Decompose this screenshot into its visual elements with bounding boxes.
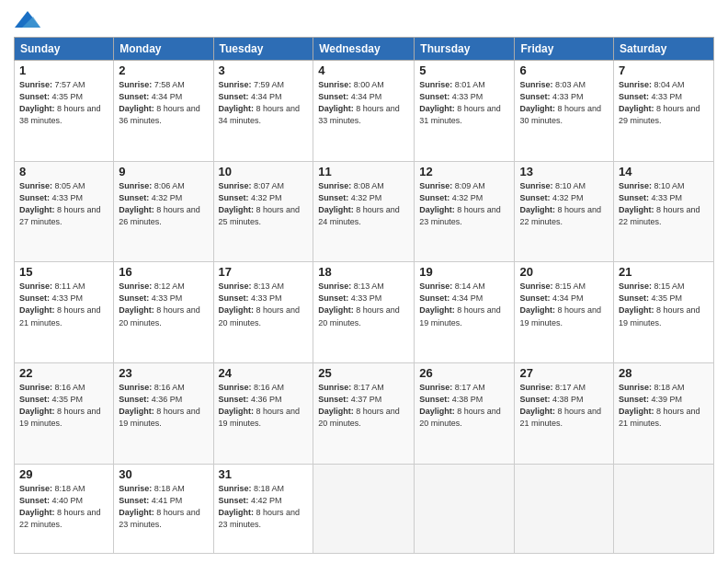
calendar-cell: 9Sunrise: 8:06 AMSunset: 4:32 PMDaylight… <box>114 161 213 262</box>
day-number: 5 <box>419 63 509 77</box>
day-header-tuesday: Tuesday <box>213 38 313 61</box>
day-number: 3 <box>219 63 309 77</box>
day-header-saturday: Saturday <box>614 38 714 61</box>
day-header-wednesday: Wednesday <box>313 38 415 61</box>
cell-info: Sunrise: 8:15 AMSunset: 4:35 PMDaylight:… <box>619 281 709 328</box>
calendar-body: 1Sunrise: 7:57 AMSunset: 4:35 PMDaylight… <box>15 61 714 554</box>
page: SundayMondayTuesdayWednesdayThursdayFrid… <box>0 0 728 563</box>
calendar-cell: 20Sunrise: 8:15 AMSunset: 4:34 PMDayligh… <box>515 262 614 363</box>
cell-info: Sunrise: 8:17 AMSunset: 4:37 PMDaylight:… <box>318 382 409 430</box>
cell-info: Sunrise: 8:18 AMSunset: 4:42 PMDaylight:… <box>219 483 309 531</box>
calendar-cell: 4Sunrise: 8:00 AMSunset: 4:34 PMDaylight… <box>313 61 415 162</box>
day-number: 21 <box>619 265 709 279</box>
cell-info: Sunrise: 8:04 AMSunset: 4:33 PMDaylight:… <box>619 79 709 127</box>
day-number: 27 <box>519 366 609 380</box>
calendar-cell: 17Sunrise: 8:13 AMSunset: 4:33 PMDayligh… <box>213 262 313 363</box>
day-number: 4 <box>318 63 409 77</box>
calendar-cell: 18Sunrise: 8:13 AMSunset: 4:33 PMDayligh… <box>313 262 415 363</box>
day-number: 9 <box>119 165 208 178</box>
day-number: 15 <box>19 265 108 279</box>
cell-info: Sunrise: 8:11 AMSunset: 4:33 PMDaylight:… <box>19 281 108 328</box>
day-number: 13 <box>519 165 609 178</box>
calendar-cell: 28Sunrise: 8:18 AMSunset: 4:39 PMDayligh… <box>614 363 714 465</box>
cell-info: Sunrise: 8:16 AMSunset: 4:36 PMDaylight:… <box>119 382 208 430</box>
calendar-cell: 7Sunrise: 8:04 AMSunset: 4:33 PMDaylight… <box>614 61 714 162</box>
cell-info: Sunrise: 8:12 AMSunset: 4:33 PMDaylight:… <box>119 281 208 328</box>
calendar-cell <box>313 464 415 553</box>
cell-info: Sunrise: 8:16 AMSunset: 4:35 PMDaylight:… <box>19 382 108 430</box>
cell-info: Sunrise: 8:13 AMSunset: 4:33 PMDaylight:… <box>219 281 309 328</box>
calendar-cell: 24Sunrise: 8:16 AMSunset: 4:36 PMDayligh… <box>213 363 313 465</box>
logo-icon <box>15 9 40 29</box>
cell-info: Sunrise: 7:59 AMSunset: 4:34 PMDaylight:… <box>219 79 309 127</box>
calendar-cell: 6Sunrise: 8:03 AMSunset: 4:33 PMDaylight… <box>515 61 614 162</box>
day-number: 17 <box>219 265 309 279</box>
calendar-week-row: 8Sunrise: 8:05 AMSunset: 4:33 PMDaylight… <box>15 161 714 262</box>
day-number: 11 <box>318 165 409 178</box>
cell-info: Sunrise: 8:15 AMSunset: 4:34 PMDaylight:… <box>519 281 609 328</box>
calendar-cell: 19Sunrise: 8:14 AMSunset: 4:34 PMDayligh… <box>415 262 515 363</box>
calendar-cell: 15Sunrise: 8:11 AMSunset: 4:33 PMDayligh… <box>15 262 114 363</box>
calendar-cell: 14Sunrise: 8:10 AMSunset: 4:33 PMDayligh… <box>614 161 714 262</box>
calendar-cell <box>614 464 714 553</box>
day-number: 20 <box>519 265 609 279</box>
day-header-thursday: Thursday <box>415 38 515 61</box>
logo-text <box>14 9 41 29</box>
calendar-cell: 1Sunrise: 7:57 AMSunset: 4:35 PMDaylight… <box>15 61 114 162</box>
cell-info: Sunrise: 8:05 AMSunset: 4:33 PMDaylight:… <box>19 180 108 228</box>
day-number: 1 <box>19 63 108 77</box>
cell-info: Sunrise: 8:09 AMSunset: 4:32 PMDaylight:… <box>419 180 509 228</box>
header <box>14 9 714 29</box>
day-number: 16 <box>119 265 208 279</box>
cell-info: Sunrise: 8:06 AMSunset: 4:32 PMDaylight:… <box>119 180 208 228</box>
cell-info: Sunrise: 8:01 AMSunset: 4:33 PMDaylight:… <box>419 79 509 127</box>
cell-info: Sunrise: 8:13 AMSunset: 4:33 PMDaylight:… <box>318 281 409 328</box>
calendar-cell: 8Sunrise: 8:05 AMSunset: 4:33 PMDaylight… <box>15 161 114 262</box>
day-number: 14 <box>619 165 709 178</box>
day-number: 30 <box>119 467 208 481</box>
calendar-week-row: 1Sunrise: 7:57 AMSunset: 4:35 PMDaylight… <box>15 61 714 162</box>
day-number: 7 <box>619 63 709 77</box>
day-number: 22 <box>19 366 108 380</box>
calendar-cell: 5Sunrise: 8:01 AMSunset: 4:33 PMDaylight… <box>415 61 515 162</box>
day-header-sunday: Sunday <box>15 38 114 61</box>
cell-info: Sunrise: 7:57 AMSunset: 4:35 PMDaylight:… <box>19 79 108 127</box>
calendar-cell: 11Sunrise: 8:08 AMSunset: 4:32 PMDayligh… <box>313 161 415 262</box>
calendar-header-row: SundayMondayTuesdayWednesdayThursdayFrid… <box>15 38 714 61</box>
calendar-cell: 10Sunrise: 8:07 AMSunset: 4:32 PMDayligh… <box>213 161 313 262</box>
cell-info: Sunrise: 8:03 AMSunset: 4:33 PMDaylight:… <box>519 79 609 127</box>
cell-info: Sunrise: 8:10 AMSunset: 4:33 PMDaylight:… <box>619 180 709 228</box>
calendar-cell: 22Sunrise: 8:16 AMSunset: 4:35 PMDayligh… <box>15 363 114 465</box>
calendar-cell: 12Sunrise: 8:09 AMSunset: 4:32 PMDayligh… <box>415 161 515 262</box>
cell-info: Sunrise: 8:18 AMSunset: 4:39 PMDaylight:… <box>619 382 709 430</box>
day-header-monday: Monday <box>114 38 213 61</box>
day-number: 24 <box>219 366 309 380</box>
day-number: 2 <box>119 63 208 77</box>
day-number: 19 <box>419 265 509 279</box>
calendar-week-row: 15Sunrise: 8:11 AMSunset: 4:33 PMDayligh… <box>15 262 714 363</box>
calendar-cell: 30Sunrise: 8:18 AMSunset: 4:41 PMDayligh… <box>114 464 213 553</box>
cell-info: Sunrise: 8:16 AMSunset: 4:36 PMDaylight:… <box>219 382 309 430</box>
day-number: 29 <box>19 467 108 481</box>
logo <box>14 9 40 29</box>
calendar-cell: 3Sunrise: 7:59 AMSunset: 4:34 PMDaylight… <box>213 61 313 162</box>
day-number: 18 <box>318 265 409 279</box>
calendar-cell: 31Sunrise: 8:18 AMSunset: 4:42 PMDayligh… <box>213 464 313 553</box>
calendar-cell: 26Sunrise: 8:17 AMSunset: 4:38 PMDayligh… <box>415 363 515 465</box>
day-number: 26 <box>419 366 509 380</box>
day-number: 10 <box>219 165 309 178</box>
cell-info: Sunrise: 8:08 AMSunset: 4:32 PMDaylight:… <box>318 180 409 228</box>
calendar-cell: 23Sunrise: 8:16 AMSunset: 4:36 PMDayligh… <box>114 363 213 465</box>
cell-info: Sunrise: 8:17 AMSunset: 4:38 PMDaylight:… <box>519 382 609 430</box>
cell-info: Sunrise: 8:10 AMSunset: 4:32 PMDaylight:… <box>519 180 609 228</box>
day-number: 31 <box>219 467 309 481</box>
calendar-cell: 13Sunrise: 8:10 AMSunset: 4:32 PMDayligh… <box>515 161 614 262</box>
day-number: 28 <box>619 366 709 380</box>
calendar-cell: 25Sunrise: 8:17 AMSunset: 4:37 PMDayligh… <box>313 363 415 465</box>
calendar-cell: 2Sunrise: 7:58 AMSunset: 4:34 PMDaylight… <box>114 61 213 162</box>
cell-info: Sunrise: 7:58 AMSunset: 4:34 PMDaylight:… <box>119 79 208 127</box>
calendar-cell <box>515 464 614 553</box>
cell-info: Sunrise: 8:18 AMSunset: 4:40 PMDaylight:… <box>19 483 108 531</box>
day-number: 12 <box>419 165 509 178</box>
cell-info: Sunrise: 8:07 AMSunset: 4:32 PMDaylight:… <box>219 180 309 228</box>
